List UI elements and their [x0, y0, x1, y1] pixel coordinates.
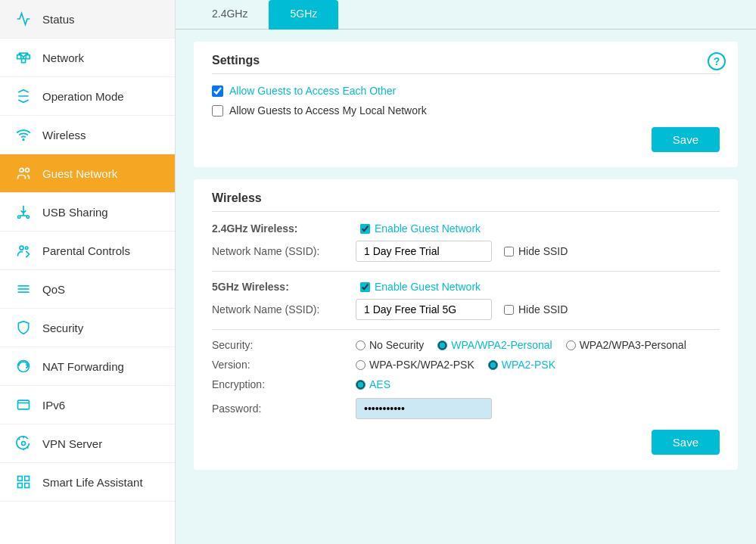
ghz5-enable-row: 5GHz Wireless: Enable Guest Network: [212, 281, 720, 293]
sidebar-item-guest-network[interactable]: Guest Network: [0, 154, 175, 193]
version-field-label: Version:: [212, 359, 356, 371]
encryption-aes-option[interactable]: AES: [356, 378, 390, 390]
settings-save-button[interactable]: Save: [652, 127, 720, 152]
security-options: No Security WPA/WPA2-Personal WPA2/WPA3-…: [356, 339, 686, 351]
security-no-security-option[interactable]: No Security: [356, 339, 424, 351]
vpn-server-icon: [15, 435, 32, 452]
svg-point-10: [20, 168, 23, 172]
svg-rect-24: [25, 483, 30, 488]
version-wpa-psk-radio[interactable]: [356, 360, 366, 370]
svg-point-13: [26, 247, 28, 249]
settings-title: Settings: [212, 54, 720, 74]
sidebar-item-smart-life-assistant[interactable]: Smart Life Assistant: [0, 463, 175, 502]
ghz5-ssid-row: Network Name (SSID): Hide SSID: [212, 299, 720, 320]
version-wpa2-psk-label: WPA2-PSK: [502, 359, 555, 371]
svg-point-12: [20, 246, 23, 250]
version-wpa-psk-label: WPA-PSK/WPA2-PSK: [369, 359, 474, 371]
sidebar-item-vpn-server[interactable]: VPN Server: [0, 424, 175, 463]
password-row: Password:: [212, 398, 720, 419]
sidebar-item-usb-sharing[interactable]: USB Sharing: [0, 193, 175, 232]
version-wpa-psk-option[interactable]: WPA-PSK/WPA2-PSK: [356, 359, 474, 371]
settings-save-row: Save: [212, 127, 720, 152]
security-field-label: Security:: [212, 339, 356, 351]
sidebar-item-status[interactable]: Status: [0, 0, 175, 39]
ghz5-enable-checkbox[interactable]: [360, 282, 370, 292]
ghz24-enable-row: 2.4GHz Wireless: Enable Guest Network: [212, 222, 720, 235]
wireless-icon: [15, 126, 32, 143]
sidebar-item-ipv6[interactable]: IPv6: [0, 386, 175, 424]
tab-2ghz[interactable]: 2.4GHz: [191, 0, 269, 30]
version-options: WPA-PSK/WPA2-PSK WPA2-PSK: [356, 359, 555, 371]
allow-guests-each-other-label[interactable]: Allow Guests to Access Each Other: [229, 85, 396, 97]
password-field-label: Password:: [212, 403, 356, 415]
encryption-field-label: Encryption:: [212, 378, 356, 390]
svg-rect-21: [18, 477, 23, 481]
status-icon: [15, 11, 32, 27]
security-wpa-wpa2-option[interactable]: WPA/WPA2-Personal: [437, 339, 552, 351]
version-wpa2-psk-radio[interactable]: [488, 360, 498, 370]
guest-network-icon: [15, 165, 32, 182]
parental-controls-icon: [15, 242, 32, 259]
sidebar-item-wireless[interactable]: Wireless: [0, 116, 175, 154]
security-wpa2-wpa3-option[interactable]: WPA2/WPA3-Personal: [566, 339, 686, 351]
settings-section: Settings ? Allow Guests to Access Each O…: [194, 42, 738, 167]
encryption-options: AES: [356, 378, 390, 390]
sidebar-item-nat-forwarding-label: NAT Forwarding: [42, 360, 124, 373]
sidebar-item-parental-controls[interactable]: Parental Controls: [0, 232, 175, 270]
tabs-bar: 2.4GHz 5GHz: [176, 0, 756, 30]
sidebar-item-smart-life-label: Smart Life Assistant: [42, 476, 143, 489]
ghz5-enable-label[interactable]: Enable Guest Network: [375, 281, 481, 293]
security-wpa-wpa2-radio[interactable]: [437, 340, 447, 350]
security-no-security-radio[interactable]: [356, 340, 366, 350]
sidebar-item-nat-forwarding[interactable]: NAT Forwarding: [0, 347, 175, 386]
svg-rect-18: [18, 400, 30, 409]
ghz24-ssid-row: Network Name (SSID): Hide SSID: [212, 241, 720, 262]
encryption-aes-label: AES: [369, 378, 390, 390]
sidebar-item-operation-mode-label: Operation Mode: [42, 90, 124, 103]
wireless-save-row: Save: [212, 430, 720, 455]
svg-rect-22: [25, 477, 30, 481]
allow-guests-each-other-checkbox[interactable]: [212, 85, 223, 97]
wireless-section: Wireless 2.4GHz Wireless: Enable Guest N…: [194, 179, 738, 470]
help-icon[interactable]: ?: [708, 52, 726, 70]
sidebar-item-guest-network-label: Guest Network: [42, 167, 117, 180]
sidebar-item-security[interactable]: Security: [0, 309, 175, 347]
sidebar-item-operation-mode[interactable]: Operation Mode: [0, 77, 175, 116]
ghz24-hide-ssid-label[interactable]: Hide SSID: [518, 245, 568, 257]
sidebar-item-qos[interactable]: QoS: [0, 270, 175, 309]
tab-5ghz[interactable]: 5GHz: [269, 0, 338, 30]
security-wpa-wpa2-label: WPA/WPA2-Personal: [451, 339, 552, 351]
svg-point-9: [23, 139, 24, 141]
ghz5-label: 5GHz Wireless:: [212, 281, 356, 293]
version-wpa2-psk-option[interactable]: WPA2-PSK: [488, 359, 555, 371]
allow-guests-local-label[interactable]: Allow Guests to Access My Local Network: [229, 104, 427, 117]
sidebar-item-network-label: Network: [42, 51, 84, 64]
ghz24-ssid-input[interactable]: [356, 241, 492, 262]
ghz24-enable-checkbox[interactable]: [360, 224, 370, 234]
security-no-security-label: No Security: [369, 339, 424, 351]
svg-rect-2: [22, 59, 26, 63]
ghz5-hide-ssid-label[interactable]: Hide SSID: [518, 303, 568, 316]
qos-icon: [15, 281, 32, 297]
sidebar-item-network[interactable]: Network: [0, 39, 175, 77]
divider-1: [212, 271, 720, 272]
ghz5-ssid-label: Network Name (SSID):: [212, 303, 356, 316]
ghz5-ssid-input[interactable]: [356, 299, 492, 320]
ghz24-enable-label[interactable]: Enable Guest Network: [375, 222, 481, 235]
encryption-aes-radio[interactable]: [356, 380, 366, 390]
security-wpa2-wpa3-radio[interactable]: [566, 340, 576, 350]
ghz5-hide-ssid-checkbox[interactable]: [504, 305, 514, 315]
ghz24-hide-ssid-row: Hide SSID: [504, 245, 568, 257]
version-row: Version: WPA-PSK/WPA2-PSK WPA2-PSK: [212, 359, 720, 371]
sidebar-item-parental-controls-label: Parental Controls: [42, 244, 130, 257]
main-content: 2.4GHz 5GHz Settings ? Allow Guests to A…: [176, 0, 756, 544]
sidebar-item-qos-label: QoS: [42, 283, 65, 296]
password-input[interactable]: [356, 398, 492, 419]
ghz24-label: 2.4GHz Wireless:: [212, 222, 356, 235]
nat-forwarding-icon: [15, 358, 32, 375]
wireless-save-button[interactable]: Save: [652, 430, 720, 455]
sidebar-item-security-label: Security: [42, 322, 83, 334]
security-wpa2-wpa3-label: WPA2/WPA3-Personal: [580, 339, 686, 351]
ghz24-hide-ssid-checkbox[interactable]: [504, 247, 514, 256]
allow-guests-local-checkbox[interactable]: [212, 105, 223, 117]
